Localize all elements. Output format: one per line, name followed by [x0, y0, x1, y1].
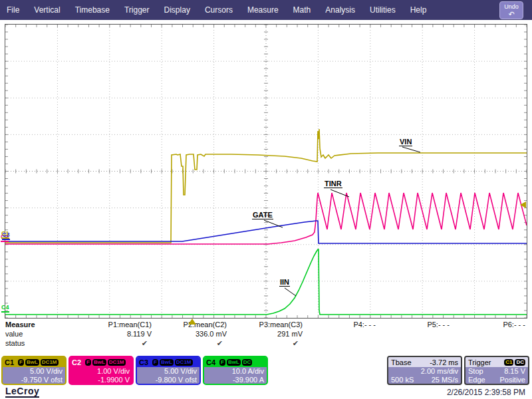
channel-box-c3[interactable]: C3FBwLDC1M5.00 V/div-9.800 V ofst: [136, 356, 201, 385]
channel-box-c4[interactable]: C4FBwLDC10.0 A/div-39.900 A: [203, 356, 268, 385]
menu-item-timebase[interactable]: Timebase: [75, 5, 110, 15]
menu-item-vertical[interactable]: Vertical: [34, 5, 60, 15]
trace-annotation-iin: IIN: [279, 278, 290, 287]
channel-scale: 5.00 V/div: [140, 367, 197, 376]
waveform-grid[interactable]: VINTINRGATEIIN: [5, 24, 527, 319]
measure-column-p6[interactable]: P6:- - -: [447, 321, 525, 348]
channel-badge-dc1m: DC1M: [175, 359, 193, 366]
measure-value: [371, 330, 450, 339]
channel-badge-bwl: BwL: [92, 359, 106, 366]
ground-marker-c1[interactable]: C1: [1, 231, 9, 239]
trigger-level-marker[interactable]: [520, 201, 526, 208]
undo-icon: ↶: [500, 11, 523, 17]
channel-badge-f: F: [152, 359, 158, 366]
trigger-label: Trigger: [468, 358, 491, 366]
menu-item-measure[interactable]: Measure: [247, 5, 279, 15]
channel-scale: 5.00 V/div: [5, 367, 63, 376]
channel-offset: -1.9900 V: [72, 376, 130, 384]
measure-column-p3[interactable]: P3:mean(C3)291 mV✔: [224, 321, 303, 348]
ground-marker-c4[interactable]: C4: [1, 305, 9, 313]
measure-column-p5[interactable]: P5:- - -: [371, 321, 450, 348]
trace-annotation-gate: GATE: [252, 211, 273, 219]
channel-offset: -39.900 A: [207, 376, 264, 384]
channel-offset: -9.750 V ofst: [5, 376, 63, 384]
menu-item-utilities[interactable]: Utilities: [370, 5, 396, 15]
measure-name: P4:- - -: [297, 321, 376, 330]
measure-status-check: ✔: [224, 339, 303, 348]
menu-item-analysis[interactable]: Analysis: [325, 5, 355, 15]
datetime-display: 2/26/2015 2:39:58 PM: [447, 388, 525, 397]
measure-status-check: [297, 339, 376, 348]
measure-row-status-label: status: [5, 339, 25, 347]
measure-column-p4[interactable]: P4:- - -: [297, 321, 376, 348]
trace-annotation-vin: VIN: [399, 138, 412, 146]
trigger-box[interactable]: Trigger C1 DC Stop8.15 V EdgePositive: [464, 356, 529, 385]
undo-button[interactable]: Undo ↶: [499, 1, 523, 19]
channel-box-c1[interactable]: C1FBwLDC1M5.00 V/div-9.750 V ofst: [1, 356, 66, 385]
menu-item-display[interactable]: Display: [164, 5, 190, 15]
trigger-slope: Positive: [499, 376, 525, 384]
measure-status-check: [371, 339, 450, 348]
measure-value: 8.119 V: [73, 330, 152, 339]
channel-id: C3: [139, 358, 148, 366]
channel-badge-bwl: BwL: [25, 359, 39, 366]
measure-column-p2[interactable]: P2:mean(C2)336.0 mV✔: [148, 321, 227, 348]
timebase-label: Tbase: [391, 358, 412, 366]
trigger-mode: Stop: [468, 367, 483, 376]
channel-badge-dc1m: DC1M: [41, 359, 59, 366]
menu-item-trigger[interactable]: Trigger: [124, 5, 150, 15]
channel-id: C4: [206, 358, 215, 366]
trigger-coupling-badge: DC: [515, 359, 525, 366]
channel-id: C2: [72, 358, 81, 366]
channel-badge-f: F: [18, 359, 24, 366]
channel-offset: -9.800 V ofst: [140, 376, 197, 384]
timebase-rate: 25 MS/s: [432, 376, 458, 384]
trigger-time-marker[interactable]: [188, 319, 196, 325]
footer-bar: LeCroy 2/26/2015 2:39:58 PM: [0, 386, 532, 399]
channel-box-c2[interactable]: C2FBwLDC1M1.00 V/div-1.9900 V: [68, 356, 134, 385]
channel-badge-bwl: BwL: [227, 359, 241, 366]
timebase-scale: 2.00 ms/div: [421, 367, 458, 376]
menu-item-help[interactable]: Help: [410, 5, 427, 15]
menu-item-math[interactable]: Math: [293, 5, 311, 15]
measure-status-check: ✔: [148, 339, 227, 348]
channel-id: C1: [5, 358, 14, 366]
measure-value: [447, 330, 525, 339]
channel-badge-f: F: [85, 359, 91, 366]
timebase-box[interactable]: Tbase -3.72 ms 2.00 ms/div 500 kS25 MS/s: [387, 356, 462, 385]
measure-column-p1[interactable]: P1:mean(C1)8.119 V✔: [73, 321, 152, 348]
channel-badge-dc: DC: [242, 359, 253, 366]
channel-badge-dc1m: DC1M: [108, 359, 126, 366]
measure-value: 291 mV: [224, 330, 303, 339]
menu-item-file[interactable]: File: [7, 5, 19, 15]
measure-status-check: ✔: [73, 339, 152, 348]
measure-name: P1:mean(C1): [73, 321, 152, 330]
measure-value: [297, 330, 376, 339]
scope-svg: [5, 25, 527, 318]
measure-name: P6:- - -: [447, 321, 525, 330]
oscilloscope-screen: FileVerticalTimebaseTriggerDisplayCursor…: [0, 0, 532, 399]
menu-bar: FileVerticalTimebaseTriggerDisplayCursor…: [0, 0, 532, 20]
trigger-source-badge: C1: [504, 359, 513, 366]
channel-scale: 10.0 A/div: [207, 367, 264, 376]
channel-badge-f: F: [219, 359, 225, 366]
trigger-type: Edge: [468, 376, 485, 384]
channel-badge-bwl: BwL: [160, 359, 174, 366]
trace-annotation-tinr: TINR: [324, 180, 342, 188]
measure-name: P5:- - -: [371, 321, 450, 330]
measure-name: P2:mean(C2): [148, 321, 227, 330]
measure-readout: Measure value status P1:mean(C1)8.119 V✔…: [0, 319, 532, 355]
menu-item-cursors[interactable]: Cursors: [205, 5, 233, 15]
measure-status-check: [447, 339, 525, 348]
lecroy-logo: LeCroy: [5, 386, 39, 398]
measure-title: Measure: [5, 321, 35, 329]
timebase-delay: -3.72 ms: [430, 358, 458, 366]
timebase-samples: 500 kS: [391, 376, 414, 384]
trigger-level: 8.15 V: [504, 367, 525, 376]
channel-scale: 1.00 V/div: [72, 367, 130, 376]
measure-row-value-label: value: [5, 330, 23, 338]
measure-name: P3:mean(C3): [224, 321, 303, 330]
measure-value: 336.0 mV: [148, 330, 227, 339]
